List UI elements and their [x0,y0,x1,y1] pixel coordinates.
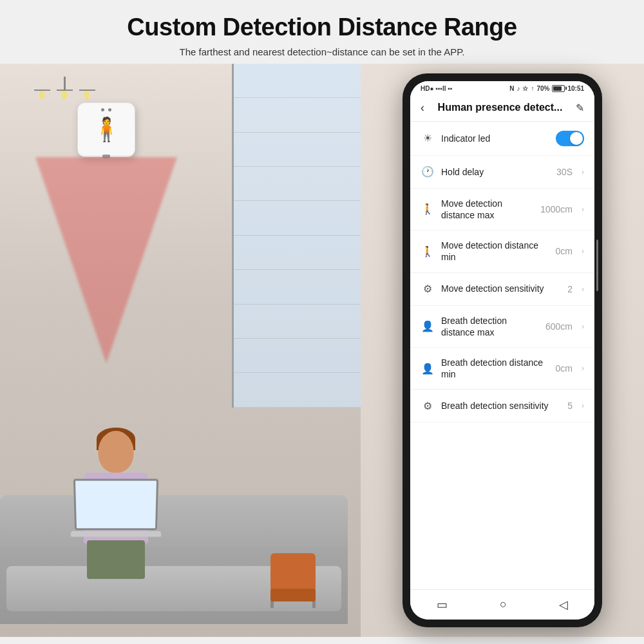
toggle-switch[interactable] [556,131,584,146]
settings-item-icon: 👤 [421,361,435,375]
device-dot [108,108,111,111]
app-bar-title: Human presence detect... [424,102,576,113]
blind-slat [234,98,361,132]
blind-slat [234,167,361,201]
edit-button[interactable]: ✎ [576,102,584,114]
settings-item-value: 1000cm [540,204,573,214]
app-bar: ‹ Human presence detect... ✎ [410,95,594,122]
settings-item-label: Breath detection distance max [441,315,539,338]
chair [270,553,316,605]
chandelier-light [39,91,44,100]
settings-item[interactable]: 👤Breath detection distance max600cm› [410,306,594,348]
settings-item-label: Move detection distance min [441,240,549,263]
battery-box [552,85,565,92]
chevron-icon: › [582,247,584,256]
battery-pct: 70% [536,85,549,92]
nav-back-button[interactable]: ◁ [553,595,574,614]
toggle-thumb [570,132,583,145]
blind-slat [234,305,361,339]
settings-item-label: Move detection distance max [441,198,534,221]
page-subtitle: The farthest and nearest detection~dista… [13,46,631,57]
settings-item-value: 5 [567,401,573,411]
chandelier-arms [34,90,95,91]
page: Custom Detection Distance Range The fart… [0,0,644,644]
settings-item-icon: ⚙ [421,282,435,296]
header: Custom Detection Distance Range The fart… [0,0,644,64]
nav-home-button[interactable]: ○ [493,595,513,614]
nav-recents-button[interactable]: ▭ [430,595,454,614]
device-dots [101,108,111,111]
device-dot [101,108,104,111]
chandelier-arm [34,90,50,91]
settings-item-label: Breath detection sensitivity [441,400,561,412]
settings-item-value: 2 [567,284,573,294]
settings-item-icon: 👤 [421,319,435,334]
music-icon: ♪ [516,85,520,92]
settings-item[interactable]: ☀Indicator led [410,122,594,156]
settings-item[interactable]: 🕐Hold delay30S› [410,156,594,189]
chevron-icon: › [582,205,584,214]
main-content: 🧍 [0,64,644,637]
settings-item-icon: 🕐 [421,165,435,179]
status-bar: HD● ▪▪▪ll ▪▪ N ♪ ☆ ↑ 70% [410,81,594,95]
settings-item[interactable]: 🚶Move detection distance max1000cm› [410,189,594,231]
person-pants [87,540,145,579]
blind-slat [234,133,361,167]
status-left: HD● ▪▪▪ll ▪▪ [421,85,452,92]
chandelier-arm [57,90,73,91]
room-scene: 🧍 [0,64,361,637]
settings-item-icon: 🚶 [421,202,435,216]
chandelier-stem [64,77,66,90]
chevron-icon: › [582,167,584,176]
blind-slat [234,270,361,304]
settings-list: ☀Indicator led🕐Hold delay30S›🚶Move detec… [410,122,594,589]
chair-leg [312,601,316,608]
scroll-indicator [596,240,598,291]
chair-leg [270,601,274,608]
settings-item[interactable]: ⚙Breath detection sensitivity5› [410,390,594,422]
status-right: N ♪ ☆ ↑ 70% 10:51 [509,85,584,92]
blind-slat [234,339,361,373]
chandelier-light [84,91,90,100]
blind-slat [234,236,361,270]
settings-item[interactable]: ⚙Move detection sensitivity2› [410,273,594,306]
laptop-screen [73,478,158,530]
carrier-text: HD● ▪▪▪ll ▪▪ [421,85,452,92]
device-icon: 🧍 [92,118,121,141]
blind-slat [234,201,361,235]
chair-legs [270,601,316,608]
chevron-icon: › [582,401,584,410]
settings-item-value: 0cm [556,246,573,256]
chandelier-light [62,91,67,100]
settings-item[interactable]: 👤Breath detection distance min0cm› [410,348,594,390]
chevron-icon: › [582,364,584,373]
smartphone: HD● ▪▪▪ll ▪▪ N ♪ ☆ ↑ 70% [402,73,602,627]
alarm-icon: ☆ [522,85,528,92]
settings-item-value: 600cm [545,321,573,332]
settings-item-icon: 🚶 [421,244,435,258]
settings-item-icon: ⚙ [421,399,435,413]
phone-nav: ▭○◁ [410,589,594,620]
window-blinds [234,64,361,408]
chevron-icon: › [582,322,584,331]
person [58,379,187,573]
settings-item[interactable]: 🚶Move detection distance min0cm› [410,231,594,272]
right-side: HD● ▪▪▪ll ▪▪ N ♪ ☆ ↑ 70% [361,64,644,637]
settings-item-label: Move detection sensitivity [441,283,561,294]
room-window [232,64,361,408]
page-title: Custom Detection Distance Range [13,14,631,41]
time-display: 10:51 [567,85,584,92]
laser-beam [35,157,177,363]
chair-back [270,553,316,589]
iot-device: 🧍 [77,102,142,160]
data-icon: ↑ [531,85,534,92]
settings-item-value: 0cm [556,363,573,374]
laptop [70,531,161,536]
settings-item-label: Breath detection distance min [441,357,549,380]
chair-seat [270,589,316,601]
chandelier-arm [79,90,95,91]
nfc-icon: N [509,85,514,92]
battery-icon [552,85,565,92]
settings-item-icon: ☀ [421,131,435,146]
person-head [99,431,134,473]
